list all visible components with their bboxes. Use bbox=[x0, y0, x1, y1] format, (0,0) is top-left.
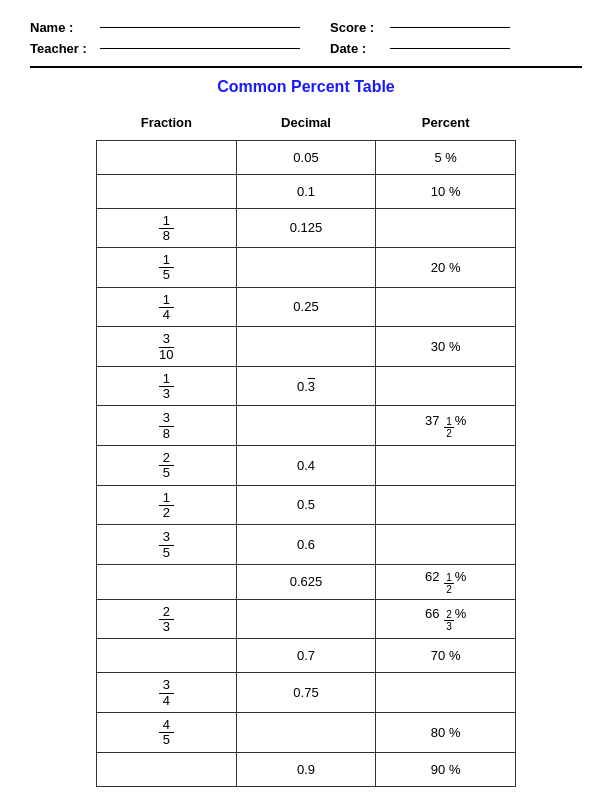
cell-percent: 37 12% bbox=[376, 406, 516, 446]
cell-percent: 10 % bbox=[376, 174, 516, 208]
table-row: 0.055 % bbox=[97, 140, 516, 174]
cell-decimal bbox=[236, 406, 376, 446]
cell-percent bbox=[376, 673, 516, 713]
cell-fraction bbox=[97, 752, 237, 786]
cell-fraction: 13 bbox=[97, 366, 237, 406]
cell-decimal: 0.75 bbox=[236, 673, 376, 713]
name-line bbox=[100, 27, 300, 28]
cell-decimal: 0.6 bbox=[236, 525, 376, 565]
col-header-percent: Percent bbox=[376, 106, 516, 140]
cell-decimal bbox=[236, 327, 376, 367]
table-row: 31030 % bbox=[97, 327, 516, 367]
page-title: Common Percent Table bbox=[30, 78, 582, 96]
table-container: Fraction Decimal Percent 0.055 %0.110 %1… bbox=[30, 106, 582, 787]
cell-decimal: 0.5 bbox=[236, 485, 376, 525]
cell-percent bbox=[376, 366, 516, 406]
percent-table: Fraction Decimal Percent 0.055 %0.110 %1… bbox=[96, 106, 516, 787]
cell-percent bbox=[376, 287, 516, 327]
table-row: 0.110 % bbox=[97, 174, 516, 208]
cell-percent: 80 % bbox=[376, 713, 516, 753]
table-row: 120.5 bbox=[97, 485, 516, 525]
table-row: 140.25 bbox=[97, 287, 516, 327]
cell-decimal bbox=[236, 599, 376, 639]
cell-fraction: 15 bbox=[97, 248, 237, 288]
table-row: 3837 12% bbox=[97, 406, 516, 446]
cell-decimal: 0.25 bbox=[236, 287, 376, 327]
table-row: 250.4 bbox=[97, 446, 516, 486]
cell-fraction bbox=[97, 140, 237, 174]
cell-percent: 62 12% bbox=[376, 564, 516, 599]
cell-fraction: 45 bbox=[97, 713, 237, 753]
cell-decimal: 0.625 bbox=[236, 564, 376, 599]
cell-decimal bbox=[236, 248, 376, 288]
table-row: 340.75 bbox=[97, 673, 516, 713]
table-header-row: Fraction Decimal Percent bbox=[97, 106, 516, 140]
cell-fraction: 18 bbox=[97, 208, 237, 248]
date-line bbox=[390, 48, 510, 49]
cell-fraction: 310 bbox=[97, 327, 237, 367]
cell-percent: 20 % bbox=[376, 248, 516, 288]
header-section: Name : Score : Teacher : Date : bbox=[30, 20, 582, 56]
table-row: 180.125 bbox=[97, 208, 516, 248]
table-row: 0.62562 12% bbox=[97, 564, 516, 599]
cell-decimal: 0.1 bbox=[236, 174, 376, 208]
cell-percent bbox=[376, 208, 516, 248]
cell-percent: 90 % bbox=[376, 752, 516, 786]
cell-percent bbox=[376, 485, 516, 525]
cell-fraction: 38 bbox=[97, 406, 237, 446]
cell-fraction: 14 bbox=[97, 287, 237, 327]
col-header-decimal: Decimal bbox=[236, 106, 376, 140]
col-header-fraction: Fraction bbox=[97, 106, 237, 140]
cell-decimal: 0.125 bbox=[236, 208, 376, 248]
name-row: Name : Score : bbox=[30, 20, 582, 35]
cell-fraction bbox=[97, 564, 237, 599]
cell-percent: 66 23% bbox=[376, 599, 516, 639]
cell-fraction: 35 bbox=[97, 525, 237, 565]
table-row: 0.770 % bbox=[97, 639, 516, 673]
table-row: 2366 23% bbox=[97, 599, 516, 639]
name-label: Name : bbox=[30, 20, 100, 35]
teacher-row: Teacher : Date : bbox=[30, 41, 582, 56]
date-label: Date : bbox=[330, 41, 390, 56]
cell-decimal: 0.9 bbox=[236, 752, 376, 786]
table-row: 350.6 bbox=[97, 525, 516, 565]
divider bbox=[30, 66, 582, 68]
cell-decimal: 0.4 bbox=[236, 446, 376, 486]
cell-percent: 30 % bbox=[376, 327, 516, 367]
score-label: Score : bbox=[330, 20, 390, 35]
teacher-label: Teacher : bbox=[30, 41, 100, 56]
table-row: 4580 % bbox=[97, 713, 516, 753]
table-row: 1520 % bbox=[97, 248, 516, 288]
cell-fraction: 23 bbox=[97, 599, 237, 639]
score-line bbox=[390, 27, 510, 28]
cell-percent bbox=[376, 446, 516, 486]
teacher-line bbox=[100, 48, 300, 49]
cell-decimal: 0.05 bbox=[236, 140, 376, 174]
cell-decimal: 0.7 bbox=[236, 639, 376, 673]
cell-fraction bbox=[97, 639, 237, 673]
cell-decimal: 0.3 bbox=[236, 366, 376, 406]
cell-percent: 5 % bbox=[376, 140, 516, 174]
cell-percent bbox=[376, 525, 516, 565]
cell-fraction: 25 bbox=[97, 446, 237, 486]
cell-fraction: 12 bbox=[97, 485, 237, 525]
cell-decimal bbox=[236, 713, 376, 753]
cell-fraction bbox=[97, 174, 237, 208]
table-row: 130.3 bbox=[97, 366, 516, 406]
cell-fraction: 34 bbox=[97, 673, 237, 713]
cell-percent: 70 % bbox=[376, 639, 516, 673]
table-row: 0.990 % bbox=[97, 752, 516, 786]
